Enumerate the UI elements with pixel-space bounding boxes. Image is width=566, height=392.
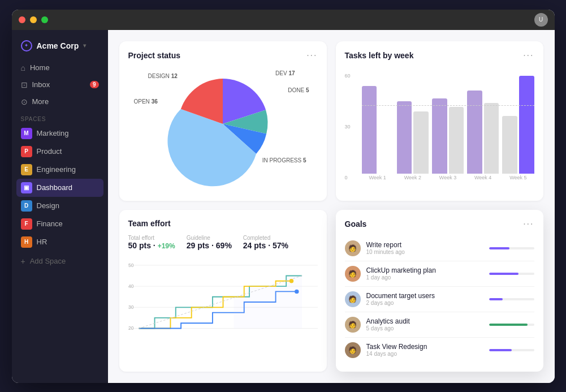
stat-guideline: Guideline 29 pts · 69%: [187, 235, 232, 250]
goal-info-3: Document target users 2 days ago: [366, 292, 483, 306]
goals-menu[interactable]: ···: [523, 219, 534, 229]
app-body: ✦ Acme Corp ▾ ⌂ Home ⊡ Inbox 9 ⊙ More Sp…: [12, 30, 555, 383]
title-bar: U: [12, 10, 555, 30]
dashboard-label: Dashboard: [37, 183, 73, 192]
design-label: Design: [37, 201, 59, 210]
sidebar-item-hr[interactable]: H HR: [16, 233, 103, 251]
goal-info-1: Write report 10 minutes ago: [366, 241, 483, 255]
dashed-guideline: [362, 105, 534, 106]
tasks-by-week-card: Tasks left by week ··· 60 30 0: [336, 41, 543, 201]
bar-week5-a: [502, 116, 517, 174]
y-labels: 60 30 0: [345, 73, 351, 180]
goals-header: Goals ···: [345, 219, 534, 229]
stat-guideline-value: 29 pts · 69%: [187, 241, 232, 250]
marketing-label: Marketing: [37, 129, 69, 137]
sidebar-item-marketing[interactable]: M Marketing: [16, 124, 103, 143]
goal-progress-4: [489, 324, 534, 326]
inbox-icon: ⊡: [21, 80, 28, 89]
goal-name-3: Document target users: [366, 292, 483, 300]
nav-inbox-label: Inbox: [32, 80, 50, 89]
sidebar-item-design[interactable]: D Design: [16, 197, 103, 215]
pie-chart-container: DEV 17 DONE 5 IN PROGRESS 5 OPEN 36 DESI…: [128, 67, 318, 180]
bar-week5-b: [519, 76, 534, 174]
home-icon: ⌂: [21, 63, 25, 72]
brand-logo[interactable]: ✦ Acme Corp ▾: [16, 37, 103, 59]
goal-avatar-2: 🧑: [345, 266, 361, 282]
bar-week1: Week 1: [362, 86, 394, 180]
goal-name-5: Task View Redesign: [366, 343, 483, 351]
svg-text:30: 30: [128, 304, 134, 310]
bar-week3-bars: [432, 98, 464, 174]
user-avatar[interactable]: U: [534, 13, 548, 27]
goal-progress-1: [489, 247, 534, 249]
label-design: DESIGN 12: [148, 73, 178, 79]
goal-write-report: 🧑 Write report 10 minutes ago: [345, 236, 534, 261]
goal-analytics: 🧑 Analytics audit 5 days ago: [345, 312, 534, 338]
bar-week4-a: [467, 91, 482, 174]
goal-info-2: ClickUp marketing plan 1 day ago: [366, 266, 483, 281]
product-icon: P: [21, 146, 32, 157]
label-done: DONE 5: [288, 87, 309, 93]
design-icon: D: [21, 200, 32, 212]
bar-chart-inner: 60 30 0 Week 1: [345, 67, 534, 192]
stat-completed: Completed 24 pts · 57%: [243, 235, 288, 250]
dashboard-icon: ▣: [21, 182, 32, 193]
goal-name-2: ClickUp marketing plan: [366, 266, 483, 274]
project-status-menu[interactable]: ···: [306, 50, 317, 61]
goal-progress-3: [489, 298, 534, 300]
sidebar-item-dashboard[interactable]: ▣ Dashboard: [16, 179, 103, 197]
goal-fill-2: [489, 273, 519, 275]
goal-avatar-1: 🧑: [345, 240, 361, 256]
finance-label: Finance: [37, 219, 63, 228]
team-effort-stats: Total effort 50 pts · +19% Guideline 29 …: [128, 235, 318, 250]
goal-progress-2: [489, 273, 534, 275]
goal-fill-4: [489, 324, 528, 326]
sidebar-item-engineering[interactable]: E Engineering: [16, 161, 103, 179]
bar-week4-bars: [467, 91, 499, 174]
minimize-button[interactable]: [30, 16, 37, 23]
goals-title: Goals: [345, 219, 367, 229]
nav-more[interactable]: ⊙ More: [16, 93, 103, 110]
bar-week1-label: Week 1: [369, 175, 386, 180]
sidebar: ✦ Acme Corp ▾ ⌂ Home ⊡ Inbox 9 ⊙ More Sp…: [12, 30, 108, 383]
step-chart-svg: 20 30 40 50: [128, 257, 318, 347]
nav-home-label: Home: [30, 63, 50, 72]
stat-total-change: +19%: [158, 242, 175, 250]
goal-info-4: Analytics audit 5 days ago: [366, 317, 483, 331]
hr-icon: H: [21, 236, 32, 248]
engineering-label: Engineering: [37, 165, 76, 174]
y-label-60: 60: [345, 73, 351, 79]
bar-week4: Week 4: [467, 91, 499, 180]
bar-week3-a: [432, 98, 447, 174]
goal-avatar-4: 🧑: [345, 317, 361, 333]
bar-week1-a: [362, 86, 377, 174]
tasks-menu[interactable]: ···: [523, 50, 534, 61]
stat-total-value: 50 pts · +19%: [128, 241, 175, 250]
nav-inbox[interactable]: ⊡ Inbox 9: [16, 76, 103, 93]
goal-time-4: 5 days ago: [366, 325, 483, 331]
maximize-button[interactable]: [41, 16, 48, 23]
bar-week3: Week 3: [432, 98, 464, 180]
goal-avatar-5: 🧑: [345, 342, 361, 358]
nav-home[interactable]: ⌂ Home: [16, 59, 103, 76]
goal-name-4: Analytics audit: [366, 317, 483, 325]
goal-fill-1: [489, 247, 509, 249]
stat-total-label: Total effort: [128, 235, 175, 241]
brand-icon: ✦: [21, 40, 32, 51]
close-button[interactable]: [19, 16, 25, 23]
goal-time-5: 14 days ago: [366, 351, 483, 357]
sidebar-item-product[interactable]: P Product: [16, 143, 103, 161]
bar-chart: 60 30 0 Week 1: [345, 67, 534, 192]
main-content: Project status ···: [108, 30, 555, 383]
bar-week2-a: [397, 101, 412, 174]
project-status-title: Project status: [128, 51, 181, 60]
step-chart: 20 30 40 50: [128, 257, 318, 347]
bar-week4-b: [484, 103, 499, 174]
goal-taskview: 🧑 Task View Redesign 14 days ago: [345, 338, 534, 363]
brand-name: Acme Corp: [37, 41, 79, 50]
sidebar-item-finance[interactable]: F Finance: [16, 215, 103, 233]
goal-document: 🧑 Document target users 2 days ago: [345, 287, 534, 312]
stat-completed-value: 24 pts · 57%: [243, 241, 288, 250]
goal-avatar-3: 🧑: [345, 291, 361, 307]
add-space-button[interactable]: + Add Space: [16, 253, 103, 269]
